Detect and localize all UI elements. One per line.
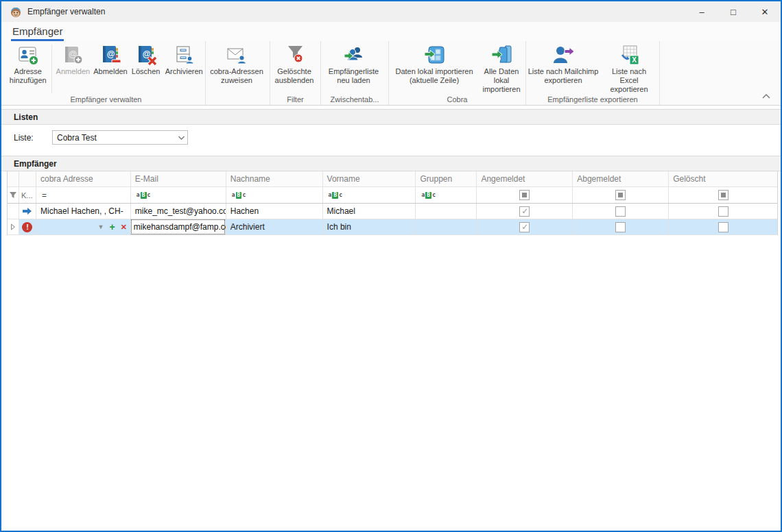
angemeldet-cell[interactable] — [477, 204, 573, 219]
filter-state-cell[interactable]: K... — [19, 187, 36, 203]
chevron-up-icon — [761, 93, 771, 99]
ribbon-group-filter: Gelöschte ausblenden Filter — [270, 41, 321, 105]
vorname-cell[interactable]: Michael — [323, 204, 416, 219]
cobra-adresse-cell[interactable]: Michael Hachen, , CH- — [36, 204, 131, 219]
filter-cancel-icon — [283, 44, 305, 66]
column-header-email[interactable]: E-Mail — [131, 171, 226, 186]
filter-cobra-adresse-cell[interactable]: = — [36, 187, 131, 203]
empfaenger-panel-title: Empfänger — [14, 159, 57, 169]
ribbon-button-label: Adresse hinzufügen — [10, 67, 47, 85]
column-header-vorname[interactable]: Vorname — [323, 171, 416, 186]
indeterminate-checkbox[interactable] — [718, 190, 728, 200]
filter-vorname-cell[interactable]: aBc — [323, 187, 416, 203]
alle-daten-lokal-importieren-button[interactable]: Alle Daten lokal importieren — [479, 43, 523, 95]
filter-row-indicator-cell — [8, 187, 19, 203]
liste-dropdown[interactable]: Cobra Test — [52, 130, 188, 145]
cell-value: Michael Hachen, , CH- — [36, 206, 123, 216]
column-header-state[interactable] — [19, 171, 36, 186]
geloescht-cell[interactable] — [669, 204, 777, 219]
ribbon: Adresse hinzufügen @ Anmelden — [1, 41, 781, 106]
grid-filter-row: K... = aBc aBc aBc aBc — [8, 187, 777, 204]
filter-abgemeldet-cell[interactable] — [573, 187, 669, 203]
title-bar: Empfänger verwalten – □ ✕ — [1, 1, 781, 22]
table-row[interactable]: ! ▼ + ✕ mikehansdampf@famp.com Archivier… — [8, 219, 777, 235]
indeterminate-checkbox[interactable] — [615, 190, 626, 200]
ribbon-group-label: Empfängerliste exportieren — [526, 95, 659, 105]
ribbon-group-label: Cobra — [389, 95, 525, 105]
ribbon-group-empfaenger-verwalten: Adresse hinzufügen @ Anmelden — [7, 41, 206, 105]
adresse-hinzufuegen-button[interactable]: Adresse hinzufügen — [7, 43, 49, 86]
filter-geloescht-cell[interactable] — [669, 187, 777, 203]
geloescht-cell[interactable] — [669, 219, 777, 234]
cobra-adresse-cell[interactable]: ▼ + ✕ — [36, 219, 131, 234]
abc-filter-icon: aBc — [232, 192, 246, 199]
arrow-right-icon — [22, 207, 32, 215]
unchecked-checkbox[interactable] — [615, 206, 626, 217]
abgemeldet-cell[interactable] — [573, 204, 669, 219]
email-editor-input[interactable]: mikehansdampf@famp.com — [131, 219, 225, 234]
minimize-button[interactable]: – — [686, 1, 718, 22]
column-header-geloescht[interactable]: Gelöscht — [669, 171, 777, 186]
ribbon-button-label: Alle Daten lokal importieren — [481, 67, 522, 94]
nachname-cell[interactable]: Archiviert — [226, 219, 323, 234]
cobra-adressen-zuweisen-button[interactable]: cobra-Adressen zuweisen — [206, 43, 268, 86]
column-header-row-indicator[interactable] — [8, 171, 19, 186]
daten-lokal-importieren-button[interactable]: Daten lokal importieren (aktuelle Zeile) — [389, 43, 479, 86]
checked-checkbox[interactable] — [519, 206, 530, 217]
email-cell[interactable]: mikehansdampf@famp.com — [131, 219, 226, 234]
angemeldet-cell[interactable] — [477, 219, 573, 234]
vorname-cell[interactable]: Ich bin — [323, 219, 416, 234]
loeschen-button[interactable]: @ Löschen — [129, 43, 163, 77]
filter-email-cell[interactable]: aBc — [131, 187, 226, 203]
empfaengerliste-neu-laden-button[interactable]: Empfängerliste neu laden — [321, 43, 386, 86]
ribbon-button-label: Daten lokal importieren (aktuelle Zeile) — [395, 67, 473, 85]
geloeschte-ausblenden-button[interactable]: Gelöschte ausblenden — [270, 43, 318, 86]
table-row[interactable]: Michael Hachen, , CH- mike_mc_test@yahoo… — [8, 204, 777, 219]
address-book-remove-icon: @ — [99, 44, 121, 66]
indeterminate-checkbox[interactable] — [519, 190, 530, 200]
cell-value: Archiviert — [226, 222, 265, 232]
listen-panel-body: Liste: Cobra Test — [1, 125, 781, 150]
clear-icon[interactable]: ✕ — [121, 223, 127, 232]
column-header-cobra-adresse[interactable]: cobra Adresse — [36, 171, 131, 186]
cell-value: Michael — [323, 206, 355, 216]
gruppen-cell[interactable] — [416, 219, 477, 234]
abmelden-button[interactable]: @ Abmelden — [92, 43, 129, 77]
column-header-angemeldet[interactable]: Angemeldet — [477, 171, 573, 186]
chevron-down-icon[interactable]: ▼ — [98, 223, 104, 230]
liste-nach-mailchimp-exportieren-button[interactable]: Liste nach Mailchimp exportieren — [526, 43, 600, 86]
filter-nachname-cell[interactable]: aBc — [226, 187, 323, 203]
checked-checkbox[interactable] — [519, 222, 530, 232]
unchecked-checkbox[interactable] — [718, 206, 728, 217]
cell-value: Hachen — [226, 206, 259, 216]
anmelden-button[interactable]: @ Anmelden — [54, 43, 93, 77]
archivieren-button[interactable]: Archivieren — [163, 43, 205, 77]
column-header-nachname[interactable]: Nachname — [226, 171, 323, 186]
tab-empfaenger[interactable]: Empfänger — [11, 24, 64, 41]
gruppen-cell[interactable] — [416, 204, 477, 219]
close-button[interactable]: ✕ — [749, 1, 781, 22]
unchecked-checkbox[interactable] — [615, 222, 626, 232]
abgemeldet-cell[interactable] — [573, 219, 669, 234]
unchecked-checkbox[interactable] — [718, 222, 728, 232]
ribbon-group-cobra-adressen: cobra-Adressen zuweisen — [206, 41, 270, 105]
ribbon-group-label: Empfänger verwalten — [7, 95, 205, 105]
ribbon-group-zwischentabelle: Empfängerliste neu laden Zwischentab... — [321, 41, 389, 105]
filter-angemeldet-cell[interactable] — [477, 187, 573, 203]
maximize-button[interactable]: □ — [718, 1, 749, 22]
address-card-add-icon — [17, 44, 39, 66]
add-icon[interactable]: + — [109, 222, 115, 232]
ribbon-button-label: Gelöschte ausblenden — [275, 67, 314, 85]
abc-filter-icon: aBc — [137, 192, 150, 199]
collapse-ribbon-button[interactable] — [760, 91, 772, 101]
svg-text:X: X — [632, 56, 637, 64]
filter-gruppen-cell[interactable]: aBc — [416, 187, 477, 203]
nachname-cell[interactable]: Hachen — [226, 204, 323, 219]
liste-nach-excel-exportieren-button[interactable]: X Liste nach Excel exportieren — [600, 43, 658, 95]
column-header-gruppen[interactable]: Gruppen — [416, 171, 477, 186]
listen-panel-header: Listen — [1, 109, 781, 125]
section-gap — [1, 150, 781, 156]
email-cell[interactable]: mike_mc_test@yahoo.com — [131, 204, 226, 219]
column-header-abgemeldet[interactable]: Abgemeldet — [573, 171, 669, 186]
ribbon-separator — [51, 45, 52, 93]
